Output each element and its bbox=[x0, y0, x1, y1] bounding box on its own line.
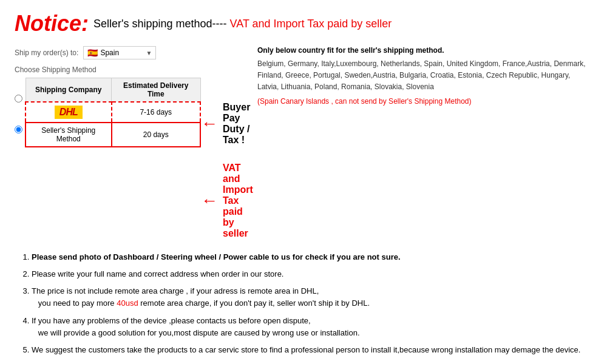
arrow-row-2: ← VAT and Import Tax paid by seller bbox=[201, 163, 253, 239]
country-list: Belgium, Germany, Italy,Luxembourg, Neth… bbox=[257, 58, 592, 93]
ship-to-label: Ship my order(s) to: bbox=[15, 49, 78, 57]
col-company: Shipping Company bbox=[25, 78, 112, 103]
choose-shipping-label: Choose Shipping Method bbox=[15, 66, 245, 74]
right-panel: Only below country fit for the sellr's s… bbox=[257, 46, 592, 239]
list-item: We suggest the customers take the produc… bbox=[32, 344, 592, 356]
country-header: Only below country fit for the sellr's s… bbox=[257, 46, 592, 55]
subtitle-start: Seller's shipping method---- bbox=[93, 18, 230, 30]
arrows-panel: ← Buyer Pay Duty / Tax ! ← VAT and Impor… bbox=[201, 78, 253, 239]
dhl-logo-cell: DHL bbox=[25, 102, 112, 123]
list-item: The price is not include remote area cha… bbox=[32, 285, 592, 309]
ship-to-row: Ship my order(s) to: 🇪🇸 Spain ▼ bbox=[15, 46, 245, 59]
seller-company: Seller's Shipping Method bbox=[25, 123, 112, 147]
notes-section: Please send photo of Dashboard / Steerin… bbox=[15, 251, 592, 356]
subtitle-red: VAT and Import Tax paid by seller bbox=[230, 18, 392, 30]
main-content: Ship my order(s) to: 🇪🇸 Spain ▼ Choose S… bbox=[15, 46, 592, 239]
note-text: We suggest the customers take the produc… bbox=[32, 345, 580, 354]
notes-list: Please send photo of Dashboard / Steerin… bbox=[21, 251, 592, 356]
list-item: If you have any problems of the device ,… bbox=[32, 315, 592, 339]
country-select[interactable]: 🇪🇸 Spain ▼ bbox=[83, 46, 156, 59]
arrow-text-1: Buyer Pay Duty / Tax ! bbox=[223, 102, 253, 146]
seller-radio[interactable] bbox=[15, 126, 22, 133]
radio-wrap bbox=[15, 78, 22, 133]
table-wrapper: Shipping Company Estimated Delivery Time… bbox=[15, 78, 201, 147]
shipping-table: Shipping Company Estimated Delivery Time… bbox=[25, 78, 201, 147]
dhl-row: DHL 7-16 days bbox=[25, 102, 200, 123]
note-text: The price is not include remote area cha… bbox=[32, 286, 370, 308]
arrow-row-1: ← Buyer Pay Duty / Tax ! bbox=[201, 102, 253, 146]
arrow-left-icon-2: ← bbox=[201, 192, 218, 209]
notice-header: Notice: Seller's shipping method---- VAT… bbox=[15, 11, 592, 36]
dhl-logo: DHL bbox=[55, 106, 83, 119]
selected-country: Spain bbox=[100, 49, 119, 57]
canary-note: (Spain Canary Islands , can not send by … bbox=[257, 97, 592, 106]
table-header-row: Shipping Company Estimated Delivery Time bbox=[25, 78, 200, 103]
note-red-amount: 40usd bbox=[117, 298, 138, 308]
notice-label: Notice: bbox=[15, 11, 89, 36]
note-text: If you have any problems of the device ,… bbox=[32, 316, 360, 337]
dhl-delivery: 7-16 days bbox=[112, 102, 200, 123]
col-delivery: Estimated Delivery Time bbox=[112, 78, 200, 103]
seller-delivery: 20 days bbox=[112, 123, 200, 147]
list-item: Please send photo of Dashboard / Steerin… bbox=[32, 251, 592, 263]
note-text: Please write your full name and correct … bbox=[32, 269, 283, 278]
notice-subtitle: Seller's shipping method---- VAT and Imp… bbox=[93, 18, 392, 30]
list-item: Please write your full name and correct … bbox=[32, 268, 592, 280]
left-panel: Ship my order(s) to: 🇪🇸 Spain ▼ Choose S… bbox=[15, 46, 245, 239]
shipping-arrows-row: Shipping Company Estimated Delivery Time… bbox=[15, 78, 245, 239]
flag-icon: 🇪🇸 bbox=[87, 48, 98, 58]
dhl-radio[interactable] bbox=[15, 95, 22, 103]
note-bold: Please send photo of Dashboard / Steerin… bbox=[32, 252, 401, 261]
dropdown-arrow-icon: ▼ bbox=[146, 50, 152, 56]
arrow-text-2: VAT and Import Tax paid by seller bbox=[223, 163, 253, 239]
arrow-left-icon-1: ← bbox=[201, 115, 218, 132]
seller-row: Seller's Shipping Method 20 days bbox=[25, 123, 200, 147]
